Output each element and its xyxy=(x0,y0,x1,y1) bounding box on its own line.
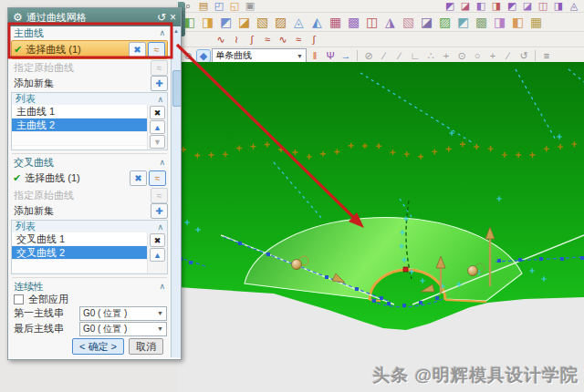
viewport-3d[interactable]: 头条 @明辉模具设计学院 xyxy=(178,62,584,392)
sheet-feature-icon-7[interactable]: ◫ xyxy=(537,0,549,12)
fit-curve-icon[interactable]: ∫ xyxy=(245,34,258,46)
section-cross-curve-header[interactable]: 交叉曲线 ∧ xyxy=(8,156,171,169)
apply-all-checkbox[interactable] xyxy=(14,294,24,304)
section-continuity-header[interactable]: 连续性 ∧ xyxy=(8,280,171,293)
ok-button[interactable]: < 确定 > xyxy=(72,338,124,355)
deselect-button[interactable]: ✖ xyxy=(129,42,146,57)
curve-on-surface-icon[interactable]: ≈ xyxy=(261,34,274,46)
no-selection-filter-icon[interactable]: ⊘ xyxy=(182,50,194,62)
list-item[interactable]: 交叉曲线 2 xyxy=(12,246,147,260)
offset-surface-icon[interactable]: ◩ xyxy=(455,15,471,29)
first-continuity-dropdown[interactable]: G0 ( 位置 ) ▼ xyxy=(79,306,167,321)
bounded-plane-icon[interactable]: ▦ xyxy=(328,15,343,29)
pad-feature-icon[interactable]: ◱ xyxy=(228,0,241,12)
dialog-title-bar[interactable]: ⚙ 通过曲线网格 ↺ × xyxy=(8,8,181,26)
sheet-feature-icon-8[interactable]: ◨ xyxy=(552,0,565,12)
thicken-icon[interactable]: ▦ xyxy=(528,15,544,29)
cross-add-new-set-row[interactable]: 添加新集 ✚ xyxy=(8,203,171,219)
snap-intersection-icon[interactable]: + xyxy=(486,50,499,62)
snap-point-toggle-icon[interactable]: Ψ xyxy=(324,50,337,62)
blank-feature-icon[interactable]: ▣ xyxy=(244,0,256,12)
within-work-part-icon[interactable]: ‖ xyxy=(308,50,321,62)
scrollbar-thumb[interactable] xyxy=(172,70,181,107)
sheet-feature-icon-4[interactable]: ◨ xyxy=(490,0,503,12)
specify-origin-curve-button: ≈ xyxy=(151,60,168,76)
sheet-feature-icon-6[interactable]: ◪ xyxy=(521,0,534,12)
cylinder-icon[interactable]: ◭ xyxy=(309,15,325,29)
snap-segment-icon[interactable]: ∕ xyxy=(393,50,406,62)
ruled-icon[interactable]: ▩ xyxy=(346,15,361,29)
move-up-button[interactable]: ▲ xyxy=(150,120,165,134)
reset-icon[interactable]: ↺ xyxy=(157,12,166,23)
extrude-feature-icon[interactable]: ◰ xyxy=(213,0,225,12)
sheet-feature-icon-9[interactable]: ◬ xyxy=(568,0,580,12)
cancel-button[interactable]: 取消 xyxy=(129,338,163,355)
sheet-feature-icon-2[interactable]: ◪ xyxy=(459,0,472,12)
last-continuity-dropdown[interactable]: G0 ( 位置 ) ▼ xyxy=(79,322,167,336)
snap-center-icon[interactable]: ⊙ xyxy=(455,50,468,62)
swept-icon[interactable]: ◮ xyxy=(382,15,398,29)
snap-arc-icon[interactable]: ∴ xyxy=(424,50,437,62)
layers-icon[interactable]: ≡ xyxy=(540,50,553,62)
dialog-scrollbar[interactable]: ▲ xyxy=(171,26,181,357)
snap-midpoint-icon[interactable]: + xyxy=(440,50,453,62)
list-item[interactable]: 主曲线 2 xyxy=(12,119,147,132)
n-sided-icon[interactable]: ▧ xyxy=(401,15,416,29)
scroll-up-icon[interactable]: ▲ xyxy=(172,26,181,36)
studio-surface-icon[interactable]: ▨ xyxy=(437,15,453,29)
sheet-feature-icon-5[interactable]: ◩ xyxy=(506,0,518,12)
project-curve-icon[interactable]: ∫ xyxy=(308,34,320,46)
selected-point-marker[interactable] xyxy=(403,267,408,272)
cross-curve-select-row[interactable]: ✔ 选择曲线 (1) ✖ ≈ xyxy=(11,170,168,187)
snap-line-icon[interactable]: ∕ xyxy=(378,50,391,62)
list-item[interactable]: 主曲线 1 xyxy=(12,105,147,119)
snap-circle-icon[interactable]: ○ xyxy=(471,50,484,62)
selection-filter-dropdown[interactable]: 单条曲线 ▼ xyxy=(212,48,307,63)
solid-body-filter-icon[interactable]: ◆ xyxy=(197,50,210,62)
spline-icon[interactable]: ∿ xyxy=(214,34,227,46)
curve-rule-button[interactable]: ≈ xyxy=(149,170,166,186)
section-main-curve-header[interactable]: 主曲线 ∧ xyxy=(8,26,171,39)
through-curves-icon[interactable]: ◫ xyxy=(364,15,380,29)
mesh-surface-icon[interactable]: ◪ xyxy=(419,15,434,29)
gear-icon[interactable]: ⚙ xyxy=(13,12,23,23)
sketch-icon[interactable]: ◨ xyxy=(200,15,215,29)
curve-rule-button[interactable]: ≈ xyxy=(148,42,165,57)
bridge-curve-icon[interactable]: ∿ xyxy=(276,34,289,46)
sew-icon[interactable]: ◨ xyxy=(492,15,507,29)
list-item[interactable] xyxy=(12,260,147,273)
sheet-feature-icon-3[interactable]: ◧ xyxy=(474,0,487,12)
move-down-button[interactable]: ▼ xyxy=(150,135,165,149)
offset-curve-icon[interactable]: ≈ xyxy=(292,34,305,46)
deselect-button[interactable]: ✖ xyxy=(130,170,147,186)
snap-endpoint-icon[interactable]: ⊘ xyxy=(362,50,375,62)
snap-corner-icon[interactable]: ∟ xyxy=(409,50,422,62)
trimmed-sheet-icon[interactable]: ▩ xyxy=(474,15,489,29)
studio-spline-icon[interactable]: ≀ xyxy=(230,34,243,46)
remove-item-button[interactable]: ✖ xyxy=(150,233,165,247)
list-header[interactable]: 列表 ∧ xyxy=(12,93,167,105)
patch-icon[interactable]: ◧ xyxy=(510,15,526,29)
scoop-icon[interactable]: ▧ xyxy=(255,15,270,29)
add-new-set-button[interactable]: ✚ xyxy=(151,76,168,91)
snap-tangent-icon[interactable]: ∕ xyxy=(502,50,515,62)
sphere-icon[interactable]: ◬ xyxy=(291,15,307,29)
sheet-feature-icon-1[interactable]: ◩ xyxy=(443,0,456,12)
green-sheet-body[interactable] xyxy=(178,62,584,330)
notebook-icon[interactable]: ▤ xyxy=(197,0,210,12)
main-curve-select-row[interactable]: ✔ 选择曲线 (1) ✖ ≈ xyxy=(11,40,168,59)
list-header[interactable]: 列表 ∧ xyxy=(12,221,167,232)
main-add-new-set-row[interactable]: 添加新集 ✚ xyxy=(8,76,171,91)
list-item[interactable]: 交叉曲线 1 xyxy=(12,232,147,246)
list-item[interactable] xyxy=(12,132,147,146)
close-icon[interactable]: × xyxy=(170,12,176,23)
pocket-icon[interactable]: ▨ xyxy=(273,15,288,29)
add-new-set-button[interactable]: ✚ xyxy=(151,203,168,219)
move-up-button[interactable]: ▲ xyxy=(150,248,165,262)
main-curve-list: 列表 ∧ 主曲线 1主曲线 2 ✖ ▲ ▼ xyxy=(11,92,168,150)
boss-icon[interactable]: ◪ xyxy=(236,15,252,29)
block-icon[interactable]: ◩ xyxy=(218,15,234,29)
remove-item-button[interactable]: ✖ xyxy=(150,106,165,119)
snap-rotate-icon[interactable]: ↺ xyxy=(517,50,530,62)
select-enter-icon[interactable]: → xyxy=(339,50,352,62)
